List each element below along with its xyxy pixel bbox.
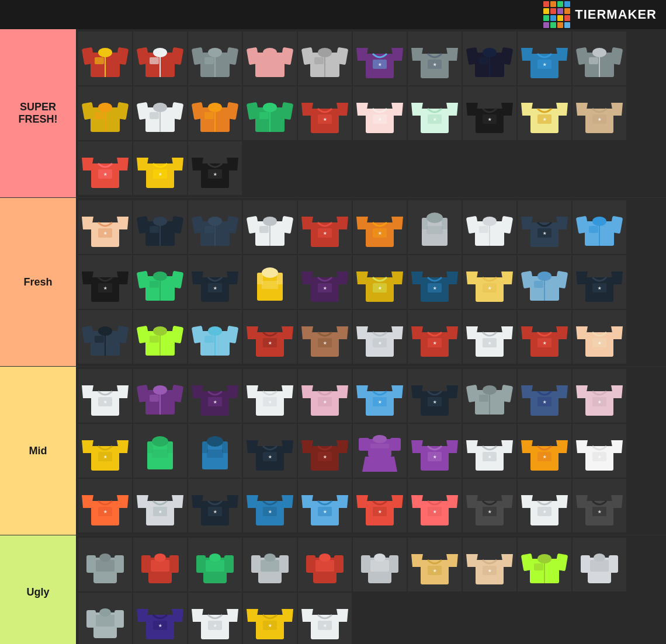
clothing-item[interactable]: ★: [78, 200, 132, 254]
clothing-item[interactable]: ★: [518, 86, 571, 140]
clothing-item[interactable]: ★: [463, 86, 516, 140]
clothing-item[interactable]: [573, 200, 626, 254]
clothing-item[interactable]: ★: [463, 479, 516, 532]
svg-text:★: ★: [268, 624, 272, 628]
clothing-item[interactable]: [188, 424, 242, 478]
clothing-item[interactable]: [518, 255, 571, 309]
clothing-item[interactable]: ★: [243, 424, 297, 478]
clothing-item[interactable]: [573, 538, 626, 591]
clothing-item[interactable]: [78, 86, 132, 140]
clothing-item[interactable]: ★: [133, 479, 187, 532]
clothing-item[interactable]: ★: [298, 255, 352, 309]
clothing-item[interactable]: ★: [298, 424, 352, 478]
clothing-item[interactable]: [463, 369, 516, 423]
clothing-item[interactable]: ★: [463, 538, 516, 591]
clothing-item[interactable]: ★: [573, 424, 626, 478]
clothing-item[interactable]: ★: [353, 255, 407, 309]
clothing-item[interactable]: ★: [353, 369, 407, 423]
clothing-item[interactable]: ★: [133, 593, 187, 644]
clothing-item[interactable]: ★: [573, 479, 626, 532]
clothing-item[interactable]: ★: [188, 369, 242, 423]
clothing-item[interactable]: [573, 32, 626, 85]
clothing-item[interactable]: ★: [518, 200, 571, 254]
clothing-item[interactable]: [243, 32, 297, 85]
clothing-item[interactable]: [133, 86, 187, 140]
clothing-item[interactable]: ★: [298, 369, 352, 423]
clothing-item[interactable]: [188, 538, 242, 591]
clothing-item[interactable]: ★: [518, 32, 571, 85]
clothing-item[interactable]: [298, 32, 352, 85]
clothing-item[interactable]: [188, 200, 242, 254]
clothing-item[interactable]: [243, 200, 297, 254]
clothing-item[interactable]: ★: [353, 200, 407, 254]
clothing-item[interactable]: ★: [243, 310, 297, 364]
clothing-item[interactable]: [353, 538, 407, 591]
clothing-item[interactable]: ★: [78, 479, 132, 532]
clothing-item[interactable]: ★: [243, 593, 297, 644]
clothing-item[interactable]: [243, 86, 297, 140]
clothing-item[interactable]: ★: [188, 479, 242, 532]
clothing-item[interactable]: ★: [463, 424, 516, 478]
clothing-item[interactable]: [78, 538, 132, 591]
clothing-item[interactable]: ★: [298, 200, 352, 254]
clothing-item[interactable]: ★: [518, 479, 571, 532]
clothing-item[interactable]: ★: [408, 86, 462, 140]
clothing-item[interactable]: ★: [298, 86, 352, 140]
clothing-item[interactable]: [243, 538, 297, 591]
clothing-item[interactable]: [78, 310, 132, 364]
clothing-item[interactable]: ★: [518, 310, 571, 364]
clothing-item[interactable]: [243, 255, 297, 309]
clothing-item[interactable]: [78, 593, 132, 644]
clothing-item[interactable]: ★: [573, 369, 626, 423]
clothing-item[interactable]: ★: [573, 86, 626, 140]
clothing-item[interactable]: ★: [408, 538, 462, 591]
clothing-item[interactable]: ★: [573, 255, 626, 309]
clothing-item[interactable]: [133, 200, 187, 254]
clothing-item[interactable]: [408, 200, 462, 254]
clothing-item[interactable]: ★: [463, 255, 516, 309]
clothing-item[interactable]: ★: [408, 32, 462, 85]
clothing-item[interactable]: ★: [298, 310, 352, 364]
clothing-item[interactable]: [133, 424, 187, 478]
clothing-item[interactable]: ★: [78, 255, 132, 309]
clothing-item[interactable]: [518, 538, 571, 591]
clothing-item[interactable]: ★: [408, 424, 462, 478]
clothing-item[interactable]: ★: [353, 86, 407, 140]
clothing-item[interactable]: [188, 86, 242, 140]
clothing-item[interactable]: ★: [188, 141, 242, 195]
clothing-item[interactable]: [463, 32, 516, 85]
clothing-item[interactable]: ★: [408, 479, 462, 532]
clothing-item[interactable]: ★: [298, 593, 352, 644]
clothing-item[interactable]: [188, 310, 242, 364]
clothing-item[interactable]: ★: [133, 141, 187, 195]
clothing-item[interactable]: [298, 538, 352, 591]
clothing-image: ★: [354, 88, 405, 139]
clothing-item[interactable]: [133, 310, 187, 364]
clothing-item[interactable]: [188, 32, 242, 85]
clothing-item[interactable]: [133, 538, 187, 591]
clothing-item[interactable]: ★: [78, 369, 132, 423]
clothing-item[interactable]: [78, 32, 132, 85]
clothing-item[interactable]: ★: [188, 593, 242, 644]
clothing-item[interactable]: ★: [243, 479, 297, 532]
clothing-item[interactable]: [133, 32, 187, 85]
clothing-item[interactable]: ★: [463, 310, 516, 364]
clothing-item[interactable]: ★: [353, 479, 407, 532]
clothing-item[interactable]: [133, 255, 187, 309]
clothing-item[interactable]: [353, 424, 407, 478]
clothing-item[interactable]: ★: [78, 141, 132, 195]
clothing-item[interactable]: ★: [243, 369, 297, 423]
clothing-item[interactable]: ★: [408, 255, 462, 309]
clothing-item[interactable]: ★: [353, 310, 407, 364]
clothing-item[interactable]: ★: [573, 310, 626, 364]
clothing-item[interactable]: ★: [353, 32, 407, 85]
clothing-item[interactable]: ★: [518, 369, 571, 423]
clothing-item[interactable]: [133, 369, 187, 423]
clothing-item[interactable]: ★: [408, 310, 462, 364]
clothing-item[interactable]: ★: [298, 479, 352, 532]
clothing-item[interactable]: ★: [78, 424, 132, 478]
clothing-item[interactable]: ★: [408, 369, 462, 423]
clothing-item[interactable]: ★: [518, 424, 571, 478]
clothing-item[interactable]: ★: [188, 255, 242, 309]
clothing-item[interactable]: [463, 200, 516, 254]
